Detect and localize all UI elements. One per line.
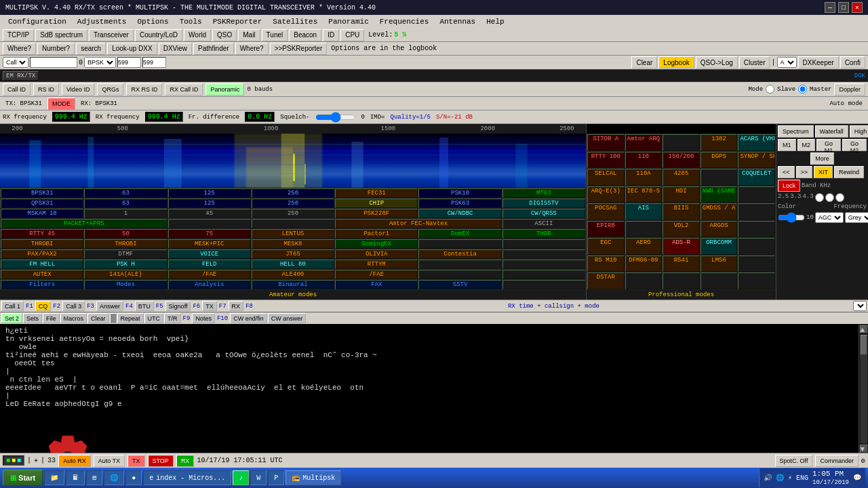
mode-fax[interactable]: FAX xyxy=(335,280,418,289)
commander-btn[interactable]: Commander xyxy=(815,455,859,467)
menu-tools[interactable]: Tools xyxy=(174,16,208,27)
pro-coquelet[interactable]: COQUELET xyxy=(738,169,775,186)
high-btn[interactable]: High xyxy=(850,125,868,138)
pro-amtor-arq[interactable]: Amtor ARQ xyxy=(625,134,663,151)
stop-btn[interactable]: STOP xyxy=(148,455,174,467)
pro-1382[interactable]: 1382 xyxy=(701,134,738,151)
mode-50[interactable]: 50 xyxy=(84,229,167,239)
menu-adjustments[interactable]: Adjustments xyxy=(72,16,132,27)
mode-psk220f[interactable]: PSK220F xyxy=(335,209,418,218)
cluster-select[interactable]: A xyxy=(777,57,797,68)
mode-mt63[interactable]: MT63 xyxy=(502,188,585,198)
mode-ale400[interactable]: ALE400 xyxy=(252,270,334,279)
mode-pax2[interactable]: PAX/PAX2 xyxy=(1,249,83,259)
mode-psk63[interactable]: PSK63 xyxy=(418,199,501,208)
taskbar-index-btn[interactable]: e index - Micros... xyxy=(143,470,231,485)
auto-tx-btn[interactable]: Auto TX xyxy=(94,455,125,467)
rewind-btn[interactable]: Rewind xyxy=(834,166,864,178)
squelch-slider[interactable] xyxy=(315,113,356,122)
pro-biis[interactable]: BIIS xyxy=(663,203,700,220)
start-btn[interactable]: ⊞ Start xyxy=(3,470,43,486)
pro-ais[interactable]: AIS xyxy=(625,203,663,220)
cq-btn[interactable]: CQ xyxy=(35,301,52,311)
auto-rx-btn[interactable]: Auto RX xyxy=(58,455,91,467)
utc-btn[interactable]: UTC xyxy=(144,313,164,323)
taskbar-explorer-btn[interactable]: 📁 xyxy=(44,470,64,485)
pro-acars[interactable]: ACARS (VHF) xyxy=(738,134,775,151)
taskbar-ie-btn[interactable]: 🌐 xyxy=(104,470,124,485)
mode-thor[interactable]: THOR xyxy=(502,229,585,239)
mode-63a[interactable]: 63 xyxy=(84,188,167,198)
pro-egc[interactable]: EGC xyxy=(587,238,625,255)
mode-fae2[interactable]: /FAE xyxy=(335,270,418,279)
taskbar-guitar-btn[interactable]: ♪ xyxy=(233,470,249,485)
go-m2-btn[interactable]: Go M2 xyxy=(842,139,867,151)
pro-vdl2[interactable]: VDL2 xyxy=(663,221,700,238)
slave-radio[interactable] xyxy=(766,85,774,94)
mode-hell80[interactable]: HELL 80 xyxy=(252,260,334,269)
taskbar-word-btn[interactable]: W xyxy=(250,470,267,485)
band-radio3[interactable] xyxy=(835,193,844,202)
menu-frequencies[interactable]: Frequencies xyxy=(374,16,435,27)
mode-throbi2[interactable]: THROBI xyxy=(84,239,167,249)
mode-fae[interactable]: /FAE xyxy=(168,270,251,279)
pro-dstar[interactable]: DSTAR xyxy=(587,272,625,289)
menu-help[interactable]: Help xyxy=(481,16,509,27)
mode-pactor1[interactable]: Pactor1 xyxy=(335,229,418,239)
mode-feld[interactable]: FELD xyxy=(168,260,251,269)
spectrum-btn[interactable]: Spectrum xyxy=(778,125,814,138)
sdb-spectrum-btn[interactable]: SdB spectrum xyxy=(35,29,87,41)
video-id-btn[interactable]: Video ID xyxy=(62,83,94,96)
mode-dtmf[interactable]: DTMF xyxy=(84,249,167,259)
spacer-btn[interactable] xyxy=(110,313,117,323)
mode-fm-hell[interactable]: FM HELL xyxy=(1,260,83,269)
next-btn[interactable]: >> xyxy=(796,166,813,178)
mode-mesk-pic[interactable]: MESK+PIC xyxy=(168,239,251,249)
menu-configuration[interactable]: Configuration xyxy=(3,16,72,27)
go-m1-btn[interactable]: Go M1 xyxy=(816,139,841,151)
lock-btn[interactable]: Lock xyxy=(778,180,800,192)
pro-iec870[interactable]: IEC 870-5 xyxy=(625,186,663,203)
prev-btn[interactable]: << xyxy=(778,166,795,178)
tx-status-btn[interactable]: TX xyxy=(127,455,145,467)
cpu-btn[interactable]: CPU xyxy=(340,29,364,41)
mode-psk10[interactable]: PSK10 xyxy=(418,188,501,198)
mode-141ale[interactable]: 141A(ALE) xyxy=(84,270,167,279)
mode-cwqrss[interactable]: CW/QRSS xyxy=(502,209,585,218)
mode-125[interactable]: 125 xyxy=(168,188,251,198)
grey-select[interactable]: Grey xyxy=(845,212,868,223)
call-select[interactable]: Call xyxy=(3,57,28,68)
country-lod-btn[interactable]: Country/LoD xyxy=(135,29,182,41)
freq-input[interactable] xyxy=(117,57,141,68)
scroll-up-btn[interactable]: ▲ xyxy=(860,325,868,333)
tunel-btn[interactable]: Tunel xyxy=(262,29,288,41)
mode-binaural[interactable]: Binaural xyxy=(252,280,334,289)
rx-status-btn[interactable]: RX xyxy=(176,455,195,467)
number-btn[interactable]: Number? xyxy=(37,43,75,55)
more-btn[interactable]: More xyxy=(810,152,834,165)
pro-sitor-a[interactable]: SITOR A xyxy=(587,134,625,151)
scroll-down-btn[interactable]: ▼ xyxy=(860,445,868,453)
pro-4285[interactable]: 4285 xyxy=(663,169,700,186)
mode-throbi1[interactable]: THROBI xyxy=(1,239,83,249)
btu-btn[interactable]: BTU xyxy=(135,301,154,311)
mode-45a[interactable]: 45 xyxy=(168,209,251,218)
mail-btn[interactable]: Mail xyxy=(238,29,260,41)
pro-rtty100[interactable]: RTTY 100 xyxy=(587,152,625,169)
tx-fkey-btn[interactable]: TX xyxy=(202,301,217,311)
dxkeeper-btn[interactable]: DXKeeper xyxy=(798,56,839,68)
qso-btn[interactable]: QSO xyxy=(212,29,237,41)
pro-110[interactable]: 110 xyxy=(625,152,663,169)
mode-contestia[interactable]: Contestia xyxy=(418,249,501,259)
rx-rs-id-btn[interactable]: RX RS ID xyxy=(126,83,162,96)
mode-250c[interactable]: 250 xyxy=(252,209,334,218)
mode-125b[interactable]: 125 xyxy=(168,199,251,208)
maximize-button[interactable]: □ xyxy=(838,2,849,13)
pro-orbcomm[interactable]: ORBCOMM xyxy=(701,238,738,255)
master-radio[interactable] xyxy=(798,85,807,94)
transceiver-btn[interactable]: Transceiver xyxy=(89,29,134,41)
answer-btn[interactable]: Answer xyxy=(96,301,123,311)
mode-qpsk31[interactable]: QPSK31 xyxy=(1,199,83,208)
pro-rs41[interactable]: RS41 xyxy=(663,256,700,272)
doppler-btn[interactable]: Doppler xyxy=(834,83,865,96)
